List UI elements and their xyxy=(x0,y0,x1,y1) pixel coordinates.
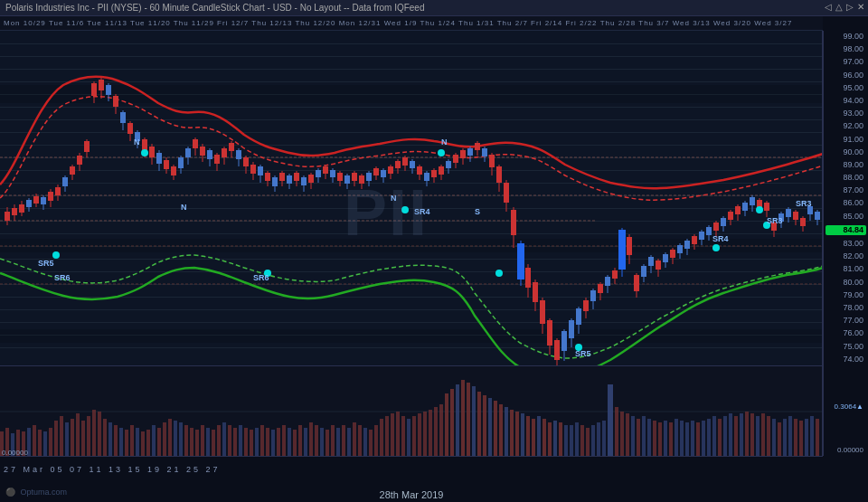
svg-rect-194 xyxy=(684,241,690,249)
svg-rect-368 xyxy=(685,422,689,456)
price-91: 91.00 xyxy=(826,136,866,144)
svg-rect-294 xyxy=(282,425,286,456)
svg-rect-370 xyxy=(696,422,700,456)
date-axis-top-text: Mon 10/29 Tue 11/6 Tue 11/13 Tue 11/20 T… xyxy=(0,19,792,27)
svg-rect-384 xyxy=(772,419,776,456)
price-81: 81.00 xyxy=(826,265,866,273)
price-76: 76.00 xyxy=(826,329,866,337)
svg-rect-265 xyxy=(125,430,128,456)
n-label-2: N xyxy=(181,203,187,212)
svg-rect-320 xyxy=(423,412,427,456)
svg-rect-300 xyxy=(315,425,318,456)
svg-rect-314 xyxy=(391,413,394,456)
svg-rect-204 xyxy=(721,218,726,226)
svg-rect-357 xyxy=(626,413,629,456)
svg-rect-317 xyxy=(407,419,410,456)
svg-rect-18 xyxy=(48,192,53,201)
svg-rect-256 xyxy=(76,413,80,456)
svg-text:0.00000: 0.00000 xyxy=(2,449,28,456)
svg-rect-284 xyxy=(228,425,231,456)
date-axis-bottom: 27 Mar 05 07 11 13 15 19 21 25 27 xyxy=(0,456,823,481)
svg-rect-355 xyxy=(615,407,618,456)
svg-rect-280 xyxy=(206,428,210,456)
svg-rect-250 xyxy=(43,431,47,456)
svg-rect-26 xyxy=(77,156,82,165)
icon-2[interactable]: △ xyxy=(835,2,843,12)
svg-rect-325 xyxy=(450,389,454,456)
svg-rect-10 xyxy=(19,204,24,213)
svg-rect-342 xyxy=(542,419,546,456)
svg-rect-110 xyxy=(381,170,386,177)
svg-rect-354 xyxy=(608,384,613,456)
svg-rect-340 xyxy=(532,419,535,456)
svg-rect-319 xyxy=(418,413,421,456)
title-icons: ◁ △ ▷ ✕ xyxy=(825,2,864,12)
svg-rect-389 xyxy=(799,421,803,456)
svg-rect-269 xyxy=(146,430,150,456)
svg-rect-260 xyxy=(98,412,101,456)
price-85: 85.00 xyxy=(826,213,866,221)
svg-rect-363 xyxy=(658,422,662,456)
sr5-label-2: SR5 xyxy=(575,349,591,358)
svg-rect-186 xyxy=(656,260,661,270)
svg-rect-166 xyxy=(583,300,589,311)
icon-1[interactable]: ◁ xyxy=(825,2,832,12)
svg-rect-249 xyxy=(38,430,42,456)
svg-rect-348 xyxy=(575,422,579,456)
price-77: 77.00 xyxy=(826,317,866,325)
title-bar: Polaris Industries Inc - PII (NYSE) - 60… xyxy=(0,0,868,16)
svg-point-231 xyxy=(52,251,60,259)
svg-rect-283 xyxy=(222,422,226,456)
svg-rect-206 xyxy=(728,212,733,220)
svg-rect-38 xyxy=(120,112,126,123)
svg-rect-8 xyxy=(12,208,17,215)
svg-rect-291 xyxy=(266,428,269,456)
svg-rect-306 xyxy=(347,428,351,456)
svg-rect-367 xyxy=(680,421,684,456)
svg-rect-338 xyxy=(521,413,524,456)
svg-rect-279 xyxy=(201,425,204,456)
svg-rect-259 xyxy=(92,410,96,456)
sr4-label-2: SR4 xyxy=(712,234,729,243)
svg-rect-86 xyxy=(294,173,299,181)
svg-rect-276 xyxy=(184,425,188,456)
svg-rect-387 xyxy=(788,416,792,456)
svg-rect-176 xyxy=(618,230,626,270)
svg-rect-257 xyxy=(81,421,85,456)
svg-rect-74 xyxy=(250,165,256,174)
svg-rect-315 xyxy=(396,412,400,456)
volume-svg: 0.00000 xyxy=(0,366,823,456)
main-date-label: 28th Mar 2019 xyxy=(0,488,823,502)
icon-3[interactable]: ▷ xyxy=(846,2,854,12)
svg-rect-180 xyxy=(634,275,639,291)
optuma-watermark: ⚫ Optuma.com xyxy=(5,488,67,497)
svg-rect-290 xyxy=(260,425,264,456)
svg-rect-170 xyxy=(598,284,603,293)
svg-rect-164 xyxy=(576,308,581,325)
price-93: 93.00 xyxy=(826,109,866,118)
svg-rect-230 xyxy=(815,212,820,220)
price-87: 87.00 xyxy=(826,186,866,194)
n-label-1: N xyxy=(134,137,140,147)
svg-rect-299 xyxy=(309,422,313,456)
svg-rect-271 xyxy=(157,428,161,456)
svg-rect-275 xyxy=(179,422,183,456)
svg-rect-352 xyxy=(597,422,600,456)
svg-rect-70 xyxy=(236,150,241,159)
svg-rect-312 xyxy=(380,419,383,456)
svg-rect-251 xyxy=(49,428,52,456)
svg-rect-160 xyxy=(561,331,567,351)
svg-rect-210 xyxy=(742,203,748,211)
svg-rect-385 xyxy=(778,422,781,456)
svg-rect-376 xyxy=(729,413,732,456)
svg-rect-224 xyxy=(793,212,798,220)
svg-rect-174 xyxy=(612,270,618,279)
svg-rect-20 xyxy=(55,187,61,195)
svg-rect-24 xyxy=(70,166,75,175)
svg-rect-56 xyxy=(185,148,191,157)
icon-4[interactable]: ✕ xyxy=(857,2,864,12)
svg-rect-108 xyxy=(373,168,379,175)
svg-rect-369 xyxy=(691,421,694,456)
chart-svg xyxy=(0,31,823,365)
price-78: 78.00 xyxy=(826,304,866,312)
